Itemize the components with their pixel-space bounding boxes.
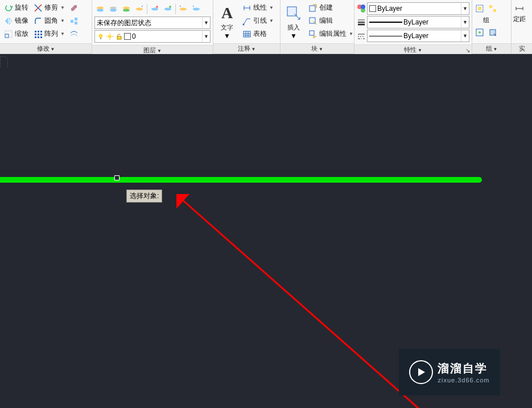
svg-point-25 bbox=[169, 6, 171, 8]
dropdown-arrow-icon: ▼ bbox=[224, 32, 230, 40]
explode-icon bbox=[69, 17, 79, 26]
bulb-icon bbox=[97, 32, 105, 40]
insert-label: 插入 bbox=[287, 23, 300, 32]
edit-block-icon bbox=[308, 17, 317, 26]
linetype-icon[interactable] bbox=[357, 31, 366, 40]
scale-label: 缩放 bbox=[15, 29, 28, 39]
rotate-button[interactable]: 旋转 bbox=[2, 1, 31, 14]
text-button[interactable]: A 文字 ▼ bbox=[215, 1, 239, 42]
drawing-canvas[interactable]: 选择对象: 溜溜自学 zixue.3d66.com bbox=[0, 54, 532, 408]
dropdown-arrow-icon: ▼ bbox=[202, 31, 210, 42]
layer-tool-7[interactable] bbox=[178, 2, 189, 15]
panel-modify: 旋转 修剪 ▼ 镜像 bbox=[0, 0, 92, 53]
panel-title-modify[interactable]: 修改▼ bbox=[0, 43, 92, 53]
layer-tool-2[interactable] bbox=[108, 2, 119, 15]
layer-combo[interactable]: 0 ▼ bbox=[94, 30, 211, 43]
expand-arrow-icon: ▼ bbox=[157, 48, 162, 53]
fillet-icon bbox=[34, 17, 43, 26]
panel-title-annotate[interactable]: 注释▼ bbox=[213, 43, 280, 53]
array-button[interactable]: 阵列 ▼ bbox=[31, 27, 67, 40]
group-tool-1[interactable] bbox=[474, 2, 485, 15]
create-label: 创建 bbox=[319, 3, 333, 13]
dropdown-arrow-icon: ▼ bbox=[349, 31, 353, 36]
ribbon: 旋转 修剪 ▼ 镜像 bbox=[0, 0, 532, 54]
mirror-button[interactable]: 镜像 bbox=[2, 14, 31, 27]
play-circle-icon bbox=[409, 360, 433, 384]
text-icon: A bbox=[218, 4, 236, 22]
group-label: 组 bbox=[483, 16, 489, 24]
measure-button[interactable] bbox=[513, 2, 526, 15]
group-tool-4[interactable] bbox=[487, 26, 498, 39]
layer-tool-8[interactable] bbox=[191, 2, 202, 15]
panel-layer: 未保存的图层状态 ▼ 0 ▼ 图层▼ bbox=[92, 0, 213, 53]
table-button[interactable]: 表格 bbox=[240, 27, 276, 40]
editattr-button[interactable]: 编辑属性 ▼ bbox=[306, 27, 356, 40]
explode-button[interactable] bbox=[68, 14, 80, 27]
svg-rect-59 bbox=[478, 7, 481, 10]
layer-icon bbox=[109, 5, 118, 14]
edit-button[interactable]: 编辑 bbox=[306, 14, 356, 27]
layer-icon bbox=[96, 5, 105, 14]
trim-icon bbox=[34, 3, 43, 13]
lineweight-icon[interactable] bbox=[357, 18, 366, 27]
svg-point-51 bbox=[361, 5, 365, 9]
scale-icon bbox=[4, 30, 13, 39]
mirror-label: 镜像 bbox=[15, 16, 28, 26]
panel-title-block[interactable]: 块▼ bbox=[281, 43, 354, 53]
group-tool-2[interactable] bbox=[487, 2, 498, 15]
svg-point-26 bbox=[180, 7, 187, 10]
panel-title-utilities[interactable]: 实 bbox=[512, 43, 532, 53]
panel-block: 插入 ▼ 创建 编辑 编辑属性 ▼ 块▼ bbox=[281, 0, 354, 53]
svg-rect-60 bbox=[489, 5, 492, 8]
bylayer-label-2: ByLayer bbox=[403, 18, 428, 26]
polyline-object[interactable] bbox=[0, 177, 482, 183]
svg-rect-13 bbox=[38, 36, 39, 38]
leader-button[interactable]: 引线 ▼ bbox=[240, 14, 276, 27]
erase-icon bbox=[69, 3, 79, 13]
sun-icon bbox=[106, 32, 114, 40]
scale-button[interactable]: 缩放 bbox=[2, 27, 31, 40]
create-button[interactable]: 创建 bbox=[306, 1, 356, 14]
svg-rect-12 bbox=[35, 36, 36, 38]
match-properties-icon[interactable] bbox=[357, 4, 366, 13]
layer-icon bbox=[163, 5, 172, 14]
array-icon bbox=[34, 30, 43, 39]
svg-point-0 bbox=[6, 5, 11, 11]
panel-title-properties[interactable]: 特性▼↘ bbox=[354, 44, 472, 55]
table-icon bbox=[242, 30, 251, 39]
edit-label: 编辑 bbox=[319, 16, 333, 26]
fillet-button[interactable]: 圆角 ▼ bbox=[31, 14, 67, 27]
linear-button[interactable]: 线性 ▼ bbox=[240, 1, 276, 14]
insert-button[interactable]: 插入 ▼ bbox=[282, 1, 305, 42]
svg-point-24 bbox=[164, 7, 171, 10]
offset-button[interactable] bbox=[68, 27, 80, 40]
layer-tool-1[interactable] bbox=[94, 2, 106, 15]
group-tool-3[interactable] bbox=[474, 26, 485, 39]
lineweight-combo[interactable]: ByLayer ▼ bbox=[367, 16, 469, 28]
lineweight-sample bbox=[369, 22, 402, 23]
bylayer-label-1: ByLayer bbox=[377, 5, 402, 13]
group-select-icon bbox=[488, 28, 497, 37]
erase-button[interactable] bbox=[68, 1, 80, 14]
layer-tool-3[interactable] bbox=[121, 2, 132, 15]
layer-icon bbox=[150, 5, 159, 14]
ungroup-icon bbox=[488, 4, 497, 13]
layer-tool-5[interactable] bbox=[149, 2, 160, 15]
linetype-combo[interactable]: ByLayer ▼ bbox=[367, 30, 469, 42]
expand-arrow-icon: ▼ bbox=[319, 47, 323, 52]
svg-rect-7 bbox=[38, 31, 39, 32]
layer-tool-4[interactable] bbox=[134, 2, 145, 15]
panel-group: 组 组▼ bbox=[472, 0, 512, 53]
dropdown-arrow-icon: ▼ bbox=[461, 17, 469, 28]
layer-tool-6[interactable] bbox=[162, 2, 174, 15]
color-combo[interactable]: ByLayer ▼ bbox=[367, 2, 469, 15]
insert-icon bbox=[284, 4, 303, 22]
array-label: 阵列 bbox=[44, 29, 58, 39]
panel-title-group[interactable]: 组▼ bbox=[472, 43, 511, 53]
trim-button[interactable]: 修剪 ▼ bbox=[31, 1, 67, 14]
svg-rect-9 bbox=[35, 34, 36, 35]
edit-attr-icon bbox=[308, 30, 317, 39]
file-tab[interactable] bbox=[0, 56, 8, 68]
rotate-icon bbox=[4, 3, 13, 13]
layer-state-combo[interactable]: 未保存的图层状态 ▼ bbox=[94, 17, 211, 29]
